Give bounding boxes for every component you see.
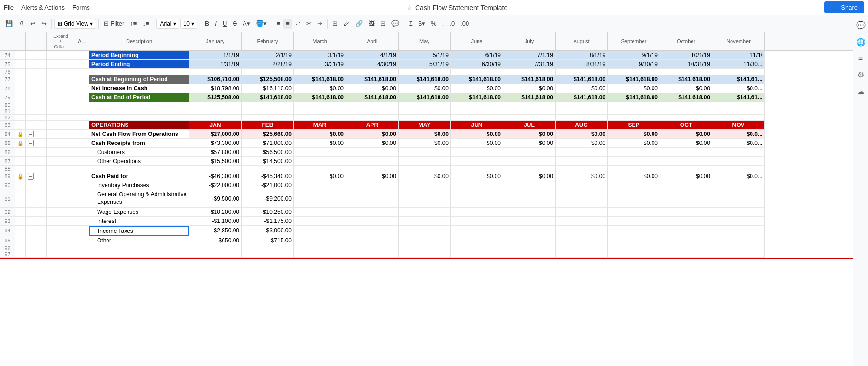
cell-80-jul[interactable] — [503, 102, 556, 108]
cell-85-desc[interactable]: Cash Receipts from — [89, 139, 189, 148]
cell-92-feb[interactable]: -$10,250.00 — [242, 208, 294, 217]
text-color-button[interactable]: A▾ — [240, 19, 253, 29]
cell-93-jul[interactable] — [503, 217, 556, 226]
sort-asc-button[interactable]: ↑≡ — [127, 19, 139, 29]
cell-78-feb[interactable]: $16,110.00 — [242, 84, 294, 93]
bold-button[interactable]: B — [203, 19, 212, 29]
cell-93-desc[interactable]: Interest — [89, 217, 189, 226]
cell-86-jun[interactable] — [451, 148, 503, 157]
cell-96-desc[interactable] — [89, 245, 189, 251]
cell-92-desc[interactable]: Wage Expenses — [89, 208, 189, 217]
cell-82-jan[interactable] — [189, 115, 242, 121]
cell-80-apr[interactable] — [346, 102, 399, 108]
cell-91-sep[interactable] — [608, 190, 660, 207]
cell-78-aug[interactable]: $0.00 — [556, 84, 608, 93]
cell-96-sep[interactable] — [608, 245, 660, 251]
cell-74-feb[interactable]: 2/1/19 — [242, 51, 294, 60]
cell-75-mar[interactable]: 3/31/19 — [294, 60, 346, 69]
cell-87-jul[interactable] — [503, 157, 556, 166]
cell-92-jun[interactable] — [451, 208, 503, 217]
cell-97-apr[interactable] — [346, 251, 399, 258]
cell-87-oct[interactable] — [660, 157, 712, 166]
cell-77-feb[interactable]: $125,508.00 — [242, 75, 294, 84]
cell-89-desc[interactable]: Cash Paid for — [89, 172, 189, 181]
cell-87-sep[interactable] — [608, 157, 660, 166]
cell-88-aug[interactable] — [556, 166, 608, 172]
cell-87-may[interactable] — [399, 157, 451, 166]
cell-79-jun[interactable]: $141,618.00 — [451, 93, 503, 102]
cell-76-nov[interactable] — [712, 69, 765, 75]
cell-79-desc[interactable]: Cash at End of Period — [89, 93, 189, 102]
cloud-icon[interactable]: ☁ — [855, 85, 867, 98]
cell-78-jan[interactable]: $18,798.00 — [189, 84, 242, 93]
cell-90-desc[interactable]: Inventory Purchases — [89, 181, 189, 190]
cell-85-apr[interactable]: $0.00 — [346, 139, 399, 148]
cell-95-apr[interactable] — [346, 236, 399, 245]
cell-79-nov[interactable]: $141,61... — [712, 93, 765, 102]
cell-81-feb[interactable] — [242, 108, 294, 115]
cell-74-nov[interactable]: 11/1/ — [712, 51, 765, 60]
cell-81-may[interactable] — [399, 108, 451, 115]
cell-82-nov[interactable] — [712, 115, 765, 121]
cell-79-oct[interactable]: $141,618.00 — [660, 93, 712, 102]
align-center-button[interactable]: ≡ — [283, 19, 292, 29]
cell-89-mar[interactable]: $0.00 — [294, 172, 346, 181]
cell-91-desc[interactable]: General Operating & Administrative Expen… — [89, 190, 189, 207]
cell-74-jun[interactable]: 6/1/19 — [451, 51, 503, 60]
cell-92-aug[interactable] — [556, 208, 608, 217]
cell-84-jan[interactable]: $27,000.00 — [189, 130, 242, 139]
menu-forms[interactable]: Forms — [72, 4, 90, 11]
cell-78-may[interactable]: $0.00 — [399, 84, 451, 93]
strikethrough-button[interactable]: S — [230, 19, 239, 29]
menu-file[interactable]: File — [4, 4, 14, 11]
cell-75-jan[interactable]: 1/31/19 — [189, 60, 242, 69]
cell-89-apr[interactable]: $0.00 — [346, 172, 399, 181]
cell-96-oct[interactable] — [660, 245, 712, 251]
cell-82-oct[interactable] — [660, 115, 712, 121]
cell-89-jul[interactable]: $0.00 — [503, 172, 556, 181]
cell-95-jan[interactable]: -$650.00 — [189, 236, 242, 245]
col-header-expand[interactable]: Expand/Colla... — [47, 32, 75, 50]
cell-84-apr[interactable]: $0.00 — [346, 130, 399, 139]
cell-88-may[interactable] — [399, 166, 451, 172]
cell-78-nov[interactable]: $0.0... — [712, 84, 765, 93]
cell-84-minus[interactable]: − — [26, 130, 36, 139]
cell-85-may[interactable]: $0.00 — [399, 139, 451, 148]
underline-button[interactable]: U — [220, 19, 229, 29]
cell-80-jun[interactable] — [451, 102, 503, 108]
cell-83-jul[interactable]: JUL — [503, 121, 556, 130]
cell-94-aug[interactable] — [556, 226, 608, 236]
cell-94-mar[interactable] — [294, 226, 346, 236]
cell-95-desc[interactable]: Other — [89, 236, 189, 245]
cell-91-apr[interactable] — [346, 190, 399, 207]
cell-77-jan[interactable]: $106,710.00 — [189, 75, 242, 84]
cell-92-may[interactable] — [399, 208, 451, 217]
cell-90-apr[interactable] — [346, 181, 399, 190]
col-header-nov[interactable]: November — [712, 32, 765, 50]
cell-74-may[interactable]: 5/1/19 — [399, 51, 451, 60]
cell-89-sep[interactable]: $0.00 — [608, 172, 660, 181]
menu-alerts[interactable]: Alerts & Actions — [21, 4, 65, 11]
cell-93-nov[interactable] — [712, 217, 765, 226]
cell-81-jun[interactable] — [451, 108, 503, 115]
cell-76-feb[interactable] — [242, 69, 294, 75]
cell-75-may[interactable]: 5/31/19 — [399, 60, 451, 69]
cell-76-may[interactable] — [399, 69, 451, 75]
cell-74-jan[interactable]: 1/1/19 — [189, 51, 242, 60]
cell-90-jul[interactable] — [503, 181, 556, 190]
comment-button[interactable]: 💬 — [389, 19, 401, 29]
cell-90-may[interactable] — [399, 181, 451, 190]
font-dropdown[interactable]: Arial ▾ — [156, 19, 179, 29]
wrap-button[interactable]: ⇌ — [293, 19, 303, 29]
info-icon[interactable]: ≡ — [857, 52, 865, 65]
cell-85-jan[interactable]: $73,300.00 — [189, 139, 242, 148]
filter-panel-icon[interactable]: ⚙ — [856, 68, 866, 81]
cell-79-feb[interactable]: $141,618.00 — [242, 93, 294, 102]
cell-80-sep[interactable] — [608, 102, 660, 108]
cell-86-mar[interactable] — [294, 148, 346, 157]
cell-96-mar[interactable] — [294, 245, 346, 251]
cell-82-aug[interactable] — [556, 115, 608, 121]
cell-80-desc[interactable] — [89, 102, 189, 108]
cell-92-nov[interactable] — [712, 208, 765, 217]
cell-97-feb[interactable] — [242, 251, 294, 258]
